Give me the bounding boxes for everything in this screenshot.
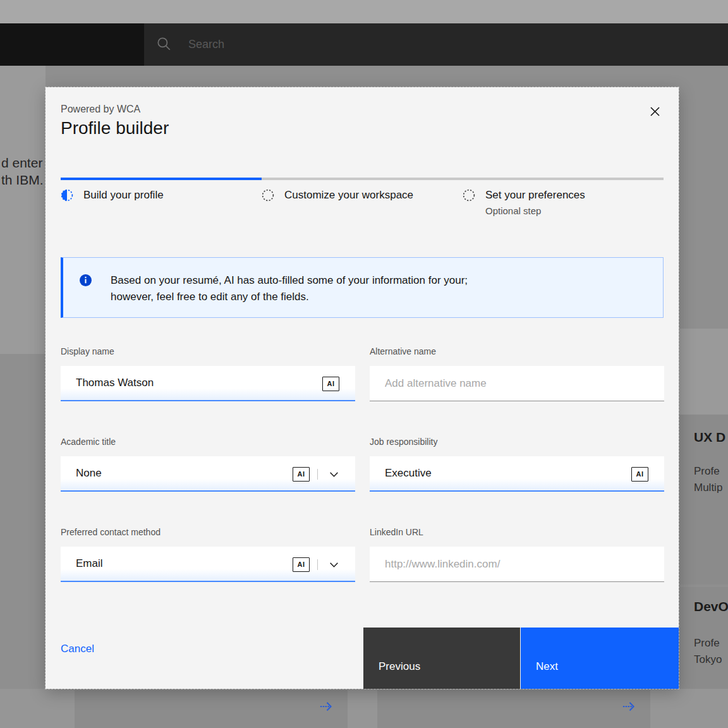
search-icon: [155, 35, 172, 54]
backdrop-gap-strip: [679, 329, 728, 415]
step-label: Customize your workspace: [284, 188, 413, 202]
cancel-button[interactable]: Cancel: [61, 643, 94, 655]
display-name-input[interactable]: [61, 366, 355, 400]
alternative-name-input-box[interactable]: [370, 366, 664, 401]
ai-badge: AI: [322, 377, 339, 391]
linkedin-url-input-box[interactable]: [370, 547, 664, 582]
arrow-right-icon[interactable]: [622, 700, 636, 715]
ai-badge: AI: [293, 557, 310, 572]
field-display-name: Display name AI: [61, 346, 355, 401]
arrow-right-icon[interactable]: [319, 700, 334, 715]
backdrop-hero-text: d enter th IBM.: [1, 154, 44, 188]
profile-builder-modal: Powered by WCA Profile builder Build you…: [46, 87, 679, 689]
chevron-down-icon[interactable]: [329, 469, 339, 482]
card-line: Profe: [694, 463, 720, 480]
close-button[interactable]: [645, 102, 665, 123]
step-label: Set your preferences: [485, 188, 585, 202]
step-set-your-preferences[interactable]: Set your preferences Optional step: [463, 188, 585, 216]
progress-fill: [61, 178, 262, 180]
notification-text: Based on your resumé, AI has auto-filled…: [111, 272, 604, 305]
field-label: Job responsibility: [370, 436, 664, 447]
academic-title-dropdown[interactable]: AI: [61, 456, 355, 492]
field-alternative-name: Alternative name: [370, 346, 664, 401]
info-icon: [79, 274, 92, 289]
modal-eyebrow: Powered by WCA: [61, 104, 140, 115]
card-title: UX D: [694, 430, 725, 445]
field-divider: [317, 559, 318, 570]
backdrop-top-band: [0, 0, 728, 23]
previous-button[interactable]: Previous: [363, 628, 520, 689]
backdrop-card-bottom-right: [377, 690, 650, 728]
card-title: DevO: [694, 599, 728, 614]
step-label: Build your profile: [83, 188, 164, 202]
field-academic-title: Academic title AI: [61, 436, 355, 492]
card-line: Multip: [694, 480, 722, 496]
display-name-input-box[interactable]: AI: [61, 366, 355, 401]
step-sublabel: Optional step: [485, 205, 585, 216]
search-placeholder: Search: [188, 38, 224, 51]
info-notification: Based on your resumé, AI has auto-filled…: [61, 257, 664, 318]
header-search-field[interactable]: Search: [155, 23, 224, 66]
modal-title: Profile builder: [61, 118, 169, 139]
field-divider: [317, 469, 318, 480]
alternative-name-input[interactable]: [370, 366, 664, 401]
ai-badge: AI: [631, 467, 648, 482]
backdrop-hero-strip: [0, 66, 46, 354]
step-build-your-profile[interactable]: Build your profile: [61, 188, 164, 204]
preferred-contact-dropdown[interactable]: AI: [61, 547, 355, 582]
card-line: Tokyo: [694, 652, 722, 668]
notification-line: however, feel free to edit any of the fi…: [111, 289, 604, 305]
field-label: LinkedIn URL: [370, 526, 664, 538]
job-responsibility-input-box[interactable]: AI: [370, 456, 664, 492]
app-header: Search: [0, 23, 728, 66]
hero-text-line: d enter: [1, 154, 44, 171]
card-line: Profe: [694, 635, 720, 652]
hero-text-line: th IBM.: [1, 171, 44, 188]
step-current-icon: [61, 188, 73, 204]
chevron-down-icon[interactable]: [329, 559, 339, 573]
progress-track: [61, 178, 664, 180]
next-button[interactable]: Next: [521, 628, 679, 689]
ai-badge: AI: [293, 467, 310, 482]
backdrop-card-bottom-left: [75, 690, 348, 728]
academic-title-value[interactable]: [61, 456, 355, 490]
close-icon: [649, 106, 661, 119]
field-label: Display name: [61, 346, 355, 357]
linkedin-url-input[interactable]: [370, 547, 664, 581]
field-label: Academic title: [61, 436, 355, 447]
backdrop-card-ux: UX D Profe Multip: [679, 415, 728, 585]
app-header-logo-tile: [0, 23, 144, 66]
notification-line: Based on your resumé, AI has auto-filled…: [111, 272, 604, 289]
field-preferred-contact-method: Preferred contact method AI: [61, 526, 355, 582]
field-linkedin-url: LinkedIn URL: [370, 526, 664, 582]
step-unstarted-icon: [262, 188, 274, 204]
field-label: Alternative name: [370, 346, 664, 357]
step-unstarted-icon: [463, 188, 475, 204]
step-customize-your-workspace[interactable]: Customize your workspace: [262, 188, 413, 204]
field-job-responsibility: Job responsibility AI: [370, 436, 664, 492]
job-responsibility-input[interactable]: [370, 456, 664, 490]
page: Search d enter th IBM. UX D Profe Multip…: [0, 0, 728, 728]
preferred-contact-value[interactable]: [61, 547, 355, 581]
field-label: Preferred contact method: [61, 526, 355, 538]
